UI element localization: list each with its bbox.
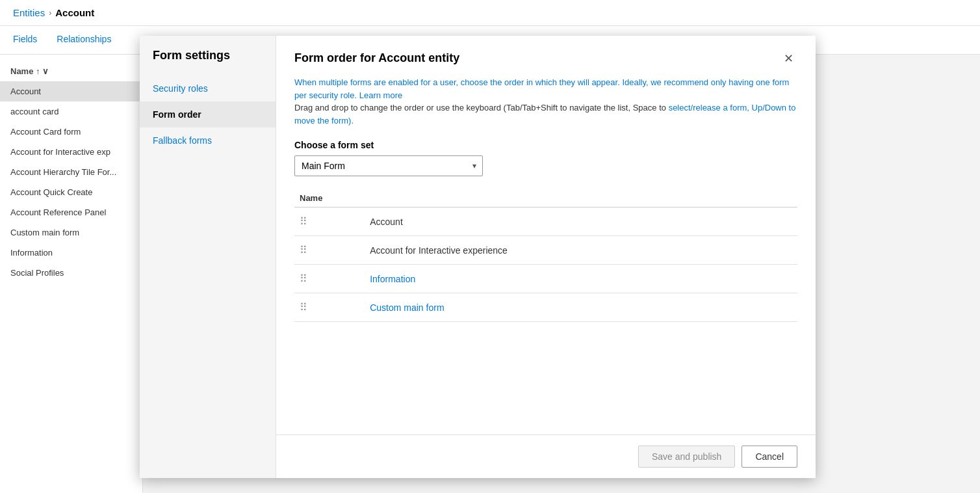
drag-handle-icon[interactable]: ⠿ [300, 244, 308, 256]
breadcrumb: Entities › Account [13, 7, 94, 18]
form-set-select[interactable]: Main Form Quick Create Card Form [294, 155, 483, 176]
description-text-2b: select/release a form, Up/Down to [669, 103, 796, 113]
sidebar-sort-header[interactable]: Name ↑ ∨ [0, 61, 142, 81]
drag-handle-cell[interactable]: ⠿ [294, 236, 365, 265]
nav-fields[interactable]: Fields [13, 34, 37, 47]
drag-handle-cell[interactable]: ⠿ [294, 293, 365, 322]
table-row: ⠿ Information [294, 265, 797, 293]
sidebar-item-social-profiles[interactable]: Social Profiles [0, 263, 142, 283]
modal-nav-form-order[interactable]: Form order [140, 101, 276, 127]
nav-relationships[interactable]: Relationships [57, 34, 111, 47]
form-name-information[interactable]: Information [370, 274, 415, 284]
description-text-2c: move the form). [294, 116, 354, 126]
topbar: Entities › Account [0, 0, 980, 26]
form-name-interactive: Account for Interactive experience [370, 245, 508, 256]
form-name-custom-main[interactable]: Custom main form [370, 302, 444, 313]
table-row: ⠿ Account [294, 207, 797, 236]
form-order-table: Name ⠿ Account ⠿ Account [294, 189, 797, 322]
table-row: ⠿ Custom main form [294, 293, 797, 322]
sidebar-item-account-interactive[interactable]: Account for Interactive exp [0, 142, 142, 162]
breadcrumb-entities[interactable]: Entities [13, 7, 45, 18]
sidebar-item-account-quick-create[interactable]: Account Quick Create [0, 182, 142, 202]
modal-nav-security-roles[interactable]: Security roles [140, 75, 276, 101]
table-row: ⠿ Account for Interactive experience [294, 236, 797, 265]
modal-left-title: Form settings [140, 49, 276, 75]
modal-title: Form order for Account entity [294, 51, 459, 65]
choose-form-set-label: Choose a form set [294, 140, 797, 150]
form-name-cell: Account for Interactive experience [365, 236, 797, 265]
modal-nav-fallback-forms[interactable]: Fallback forms [140, 127, 276, 153]
learn-more-label[interactable]: Learn more [359, 90, 402, 100]
modal-left-panel: Form settings Security roles Form order … [140, 36, 276, 478]
entity-list-sidebar: Name ↑ ∨ Account account card Account Ca… [0, 55, 143, 493]
drag-handle-icon[interactable]: ⠿ [300, 301, 308, 313]
sidebar-item-custom-main-form[interactable]: Custom main form [0, 222, 142, 243]
modal-description: When multiple forms are enabled for a us… [294, 76, 797, 127]
form-name-cell: Custom main form [365, 293, 797, 322]
sort-label: Name ↑ ∨ [10, 66, 49, 76]
sidebar-item-account-reference[interactable]: Account Reference Panel [0, 202, 142, 222]
table-header-name: Name [294, 189, 797, 207]
sidebar-item-account-card[interactable]: account card [0, 101, 142, 122]
close-button[interactable]: ✕ [780, 51, 797, 66]
modal-header: Form order for Account entity ✕ [294, 51, 797, 66]
form-name-cell: Information [365, 265, 797, 293]
drag-handle-icon[interactable]: ⠿ [300, 273, 308, 285]
drag-handle-cell[interactable]: ⠿ [294, 265, 365, 293]
form-name-cell: Account [365, 207, 797, 236]
description-text-2: Drag and drop to change the order or use… [294, 103, 666, 113]
sidebar-item-account-card-form[interactable]: Account Card form [0, 122, 142, 142]
modal-footer: Save and publish Cancel [276, 434, 816, 478]
drag-handle-cell[interactable]: ⠿ [294, 207, 365, 236]
breadcrumb-current: Account [55, 7, 94, 18]
save-publish-button[interactable]: Save and publish [638, 446, 735, 468]
form-name-account: Account [370, 217, 403, 227]
cancel-button[interactable]: Cancel [741, 446, 797, 468]
form-set-select-wrapper: Main Form Quick Create Card Form ▾ [294, 155, 483, 176]
sidebar-item-information[interactable]: Information [0, 243, 142, 263]
modal-right-panel: Form order for Account entity ✕ When mul… [276, 36, 816, 478]
drag-handle-icon[interactable]: ⠿ [300, 215, 308, 228]
form-settings-modal: Form settings Security roles Form order … [140, 36, 816, 478]
breadcrumb-separator: › [49, 8, 51, 18]
sidebar-item-account-hierarchy[interactable]: Account Hierarchy Tile For... [0, 162, 142, 182]
sidebar-item-account[interactable]: Account [0, 81, 142, 101]
